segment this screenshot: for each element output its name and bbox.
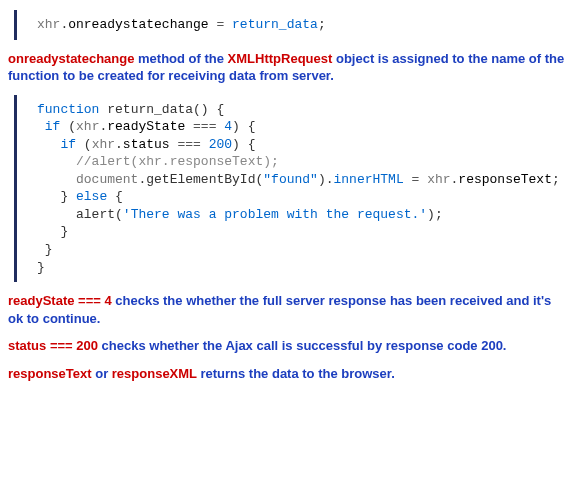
c2l9-sp: [37, 242, 45, 257]
c2l3-prop: status: [123, 137, 170, 152]
c2l4-comment: //alert(xhr.responseText);: [76, 154, 279, 169]
c2l9-brace: }: [45, 242, 53, 257]
explanation-readystate: readyState === 4 checks the whether the …: [8, 292, 566, 327]
c2l7-close: );: [427, 207, 443, 222]
c2l5-obj: document: [76, 172, 138, 187]
c2l2-kw: if: [45, 119, 61, 134]
c2l3-sp: [37, 137, 60, 152]
c2l6-close: }: [60, 189, 76, 204]
hl-readystate: readyState === 4: [8, 293, 112, 308]
hl-responsexml: responseXML: [112, 366, 197, 381]
c2l3-obj: xhr: [92, 137, 115, 152]
c2l7-open: (: [115, 207, 123, 222]
para4-t4: returns the data to the browser.: [197, 366, 395, 381]
c2l5-semi: ;: [552, 172, 560, 187]
c2l1-name: return_data: [107, 102, 193, 117]
hl-responsetext: responseText: [8, 366, 92, 381]
c2l10-brace: }: [37, 260, 45, 275]
c2l5-m2: ).: [318, 172, 334, 187]
c2l8-sp: [37, 224, 60, 239]
c2l2-prop: readyState: [107, 119, 185, 134]
c2l8-brace: }: [60, 224, 68, 239]
c2l2-close: ) {: [232, 119, 255, 134]
c2l2-obj: xhr: [76, 119, 99, 134]
c2l5-inner: innerHTML: [334, 172, 404, 187]
code1-onreadystatechange: onreadystatechange: [68, 17, 208, 32]
c2l2-op: ===: [185, 119, 224, 134]
c2l3-num: 200: [209, 137, 232, 152]
hl-xmlhttprequest: XMLHttpRequest: [228, 51, 333, 66]
c2l7-fn: alert: [76, 207, 115, 222]
c2l6-sp: [37, 189, 60, 204]
c2l6-open: {: [107, 189, 123, 204]
code1-semicolon: ;: [318, 17, 326, 32]
code-block-2: function return_data() { if (xhr.readySt…: [14, 95, 566, 282]
explanation-status: status === 200 checks whether the Ajax c…: [8, 337, 566, 355]
code1-return-data: return_data: [232, 17, 318, 32]
c2l3-op: ===: [170, 137, 209, 152]
c2l3-close: ) {: [232, 137, 255, 152]
hl-onreadystatechange: onreadystatechange: [8, 51, 134, 66]
para4-t2: or: [92, 366, 112, 381]
c2l5-obj2: xhr: [427, 172, 450, 187]
code-block-1: xhr.onreadystatechange = return_data;: [14, 10, 566, 40]
explanation-responsetext: responseText or responseXML returns the …: [8, 365, 566, 383]
c2l1-rest: () {: [193, 102, 224, 117]
c2l5-str: "found": [263, 172, 318, 187]
code1-xhr: xhr: [37, 17, 60, 32]
c2l3-dot: .: [115, 137, 123, 152]
para1-t2: method of the: [134, 51, 227, 66]
c2l3-open: (: [76, 137, 92, 152]
c2l5-rt: responseText: [458, 172, 552, 187]
c2l2-open: (: [60, 119, 76, 134]
c2l5-sp: [37, 172, 76, 187]
c2l2-num: 4: [224, 119, 232, 134]
c2l1-kw: function: [37, 102, 99, 117]
c2l5-op: =: [404, 172, 427, 187]
c2l6-kw: else: [76, 189, 107, 204]
para3-t2: checks whether the Ajax call is successf…: [98, 338, 506, 353]
c2l7-sp: [37, 207, 76, 222]
c2l5-m1: getElementById(: [146, 172, 263, 187]
c2l4-sp: [37, 154, 76, 169]
c2l3-kw: if: [60, 137, 76, 152]
c2l7-str: 'There was a problem with the request.': [123, 207, 427, 222]
code1-assign: =: [209, 17, 232, 32]
explanation-onreadystatechange: onreadystatechange method of the XMLHttp…: [8, 50, 566, 85]
c2l2-sp: [37, 119, 45, 134]
hl-status: status === 200: [8, 338, 98, 353]
